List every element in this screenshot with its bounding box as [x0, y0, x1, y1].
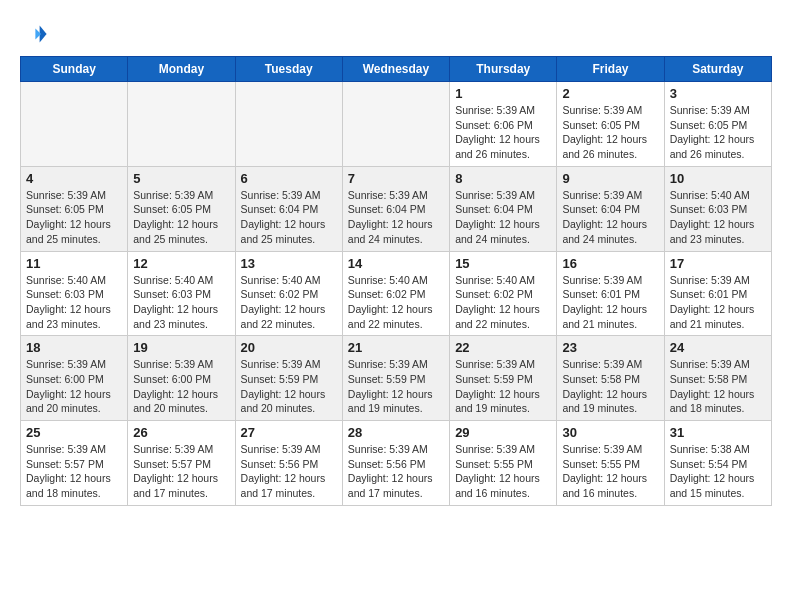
- cell-content: Sunrise: 5:39 AM Sunset: 6:05 PM Dayligh…: [562, 103, 658, 162]
- calendar-row-1: 4Sunrise: 5:39 AM Sunset: 6:05 PM Daylig…: [21, 166, 772, 251]
- calendar-row-3: 18Sunrise: 5:39 AM Sunset: 6:00 PM Dayli…: [21, 336, 772, 421]
- day-number: 3: [670, 86, 766, 101]
- cell-content: Sunrise: 5:39 AM Sunset: 5:55 PM Dayligh…: [562, 442, 658, 501]
- calendar-cell: 25Sunrise: 5:39 AM Sunset: 5:57 PM Dayli…: [21, 421, 128, 506]
- calendar-cell: 8Sunrise: 5:39 AM Sunset: 6:04 PM Daylig…: [450, 166, 557, 251]
- cell-content: Sunrise: 5:40 AM Sunset: 6:03 PM Dayligh…: [133, 273, 229, 332]
- calendar-cell: 14Sunrise: 5:40 AM Sunset: 6:02 PM Dayli…: [342, 251, 449, 336]
- calendar-cell: 1Sunrise: 5:39 AM Sunset: 6:06 PM Daylig…: [450, 82, 557, 167]
- day-number: 8: [455, 171, 551, 186]
- day-number: 30: [562, 425, 658, 440]
- cell-content: Sunrise: 5:39 AM Sunset: 6:01 PM Dayligh…: [670, 273, 766, 332]
- cell-content: Sunrise: 5:38 AM Sunset: 5:54 PM Dayligh…: [670, 442, 766, 501]
- day-number: 13: [241, 256, 337, 271]
- calendar-cell: 18Sunrise: 5:39 AM Sunset: 6:00 PM Dayli…: [21, 336, 128, 421]
- calendar-table: SundayMondayTuesdayWednesdayThursdayFrid…: [20, 56, 772, 506]
- calendar-cell: 24Sunrise: 5:39 AM Sunset: 5:58 PM Dayli…: [664, 336, 771, 421]
- day-number: 7: [348, 171, 444, 186]
- calendar-cell: [21, 82, 128, 167]
- calendar-row-0: 1Sunrise: 5:39 AM Sunset: 6:06 PM Daylig…: [21, 82, 772, 167]
- calendar-cell: 15Sunrise: 5:40 AM Sunset: 6:02 PM Dayli…: [450, 251, 557, 336]
- day-number: 25: [26, 425, 122, 440]
- day-number: 24: [670, 340, 766, 355]
- calendar-cell: 2Sunrise: 5:39 AM Sunset: 6:05 PM Daylig…: [557, 82, 664, 167]
- calendar-cell: 11Sunrise: 5:40 AM Sunset: 6:03 PM Dayli…: [21, 251, 128, 336]
- cell-content: Sunrise: 5:39 AM Sunset: 5:57 PM Dayligh…: [26, 442, 122, 501]
- page-header: [20, 20, 772, 48]
- day-number: 1: [455, 86, 551, 101]
- cell-content: Sunrise: 5:39 AM Sunset: 6:05 PM Dayligh…: [133, 188, 229, 247]
- calendar-cell: 31Sunrise: 5:38 AM Sunset: 5:54 PM Dayli…: [664, 421, 771, 506]
- day-number: 21: [348, 340, 444, 355]
- calendar-cell: 7Sunrise: 5:39 AM Sunset: 6:04 PM Daylig…: [342, 166, 449, 251]
- weekday-header-wednesday: Wednesday: [342, 57, 449, 82]
- weekday-header-thursday: Thursday: [450, 57, 557, 82]
- day-number: 23: [562, 340, 658, 355]
- day-number: 9: [562, 171, 658, 186]
- cell-content: Sunrise: 5:39 AM Sunset: 5:57 PM Dayligh…: [133, 442, 229, 501]
- calendar-cell: 19Sunrise: 5:39 AM Sunset: 6:00 PM Dayli…: [128, 336, 235, 421]
- calendar-cell: 21Sunrise: 5:39 AM Sunset: 5:59 PM Dayli…: [342, 336, 449, 421]
- day-number: 11: [26, 256, 122, 271]
- weekday-header-saturday: Saturday: [664, 57, 771, 82]
- day-number: 12: [133, 256, 229, 271]
- cell-content: Sunrise: 5:39 AM Sunset: 6:01 PM Dayligh…: [562, 273, 658, 332]
- calendar-row-2: 11Sunrise: 5:40 AM Sunset: 6:03 PM Dayli…: [21, 251, 772, 336]
- cell-content: Sunrise: 5:39 AM Sunset: 6:05 PM Dayligh…: [26, 188, 122, 247]
- cell-content: Sunrise: 5:39 AM Sunset: 6:00 PM Dayligh…: [133, 357, 229, 416]
- weekday-header-sunday: Sunday: [21, 57, 128, 82]
- cell-content: Sunrise: 5:40 AM Sunset: 6:02 PM Dayligh…: [455, 273, 551, 332]
- cell-content: Sunrise: 5:39 AM Sunset: 5:56 PM Dayligh…: [348, 442, 444, 501]
- calendar-cell: 27Sunrise: 5:39 AM Sunset: 5:56 PM Dayli…: [235, 421, 342, 506]
- day-number: 4: [26, 171, 122, 186]
- cell-content: Sunrise: 5:39 AM Sunset: 6:06 PM Dayligh…: [455, 103, 551, 162]
- cell-content: Sunrise: 5:40 AM Sunset: 6:02 PM Dayligh…: [241, 273, 337, 332]
- calendar-cell: 16Sunrise: 5:39 AM Sunset: 6:01 PM Dayli…: [557, 251, 664, 336]
- cell-content: Sunrise: 5:39 AM Sunset: 6:04 PM Dayligh…: [455, 188, 551, 247]
- cell-content: Sunrise: 5:40 AM Sunset: 6:03 PM Dayligh…: [670, 188, 766, 247]
- day-number: 22: [455, 340, 551, 355]
- day-number: 6: [241, 171, 337, 186]
- weekday-header-friday: Friday: [557, 57, 664, 82]
- day-number: 18: [26, 340, 122, 355]
- day-number: 31: [670, 425, 766, 440]
- cell-content: Sunrise: 5:39 AM Sunset: 5:59 PM Dayligh…: [348, 357, 444, 416]
- cell-content: Sunrise: 5:39 AM Sunset: 6:04 PM Dayligh…: [348, 188, 444, 247]
- day-number: 16: [562, 256, 658, 271]
- calendar-cell: [128, 82, 235, 167]
- cell-content: Sunrise: 5:39 AM Sunset: 5:55 PM Dayligh…: [455, 442, 551, 501]
- calendar-cell: 12Sunrise: 5:40 AM Sunset: 6:03 PM Dayli…: [128, 251, 235, 336]
- cell-content: Sunrise: 5:39 AM Sunset: 5:58 PM Dayligh…: [562, 357, 658, 416]
- day-number: 14: [348, 256, 444, 271]
- cell-content: Sunrise: 5:39 AM Sunset: 5:59 PM Dayligh…: [241, 357, 337, 416]
- logo: [20, 20, 52, 48]
- day-number: 26: [133, 425, 229, 440]
- cell-content: Sunrise: 5:39 AM Sunset: 5:58 PM Dayligh…: [670, 357, 766, 416]
- calendar-cell: 28Sunrise: 5:39 AM Sunset: 5:56 PM Dayli…: [342, 421, 449, 506]
- calendar-cell: 4Sunrise: 5:39 AM Sunset: 6:05 PM Daylig…: [21, 166, 128, 251]
- calendar-cell: 3Sunrise: 5:39 AM Sunset: 6:05 PM Daylig…: [664, 82, 771, 167]
- cell-content: Sunrise: 5:39 AM Sunset: 6:04 PM Dayligh…: [562, 188, 658, 247]
- calendar-cell: [342, 82, 449, 167]
- weekday-header-row: SundayMondayTuesdayWednesdayThursdayFrid…: [21, 57, 772, 82]
- cell-content: Sunrise: 5:40 AM Sunset: 6:02 PM Dayligh…: [348, 273, 444, 332]
- weekday-header-monday: Monday: [128, 57, 235, 82]
- calendar-cell: [235, 82, 342, 167]
- calendar-cell: 6Sunrise: 5:39 AM Sunset: 6:04 PM Daylig…: [235, 166, 342, 251]
- logo-icon: [20, 20, 48, 48]
- calendar-cell: 5Sunrise: 5:39 AM Sunset: 6:05 PM Daylig…: [128, 166, 235, 251]
- day-number: 17: [670, 256, 766, 271]
- day-number: 29: [455, 425, 551, 440]
- cell-content: Sunrise: 5:39 AM Sunset: 6:05 PM Dayligh…: [670, 103, 766, 162]
- calendar-cell: 9Sunrise: 5:39 AM Sunset: 6:04 PM Daylig…: [557, 166, 664, 251]
- day-number: 20: [241, 340, 337, 355]
- day-number: 10: [670, 171, 766, 186]
- calendar-cell: 26Sunrise: 5:39 AM Sunset: 5:57 PM Dayli…: [128, 421, 235, 506]
- calendar-cell: 30Sunrise: 5:39 AM Sunset: 5:55 PM Dayli…: [557, 421, 664, 506]
- cell-content: Sunrise: 5:39 AM Sunset: 5:59 PM Dayligh…: [455, 357, 551, 416]
- cell-content: Sunrise: 5:39 AM Sunset: 5:56 PM Dayligh…: [241, 442, 337, 501]
- calendar-cell: 13Sunrise: 5:40 AM Sunset: 6:02 PM Dayli…: [235, 251, 342, 336]
- calendar-cell: 10Sunrise: 5:40 AM Sunset: 6:03 PM Dayli…: [664, 166, 771, 251]
- weekday-header-tuesday: Tuesday: [235, 57, 342, 82]
- calendar-cell: 23Sunrise: 5:39 AM Sunset: 5:58 PM Dayli…: [557, 336, 664, 421]
